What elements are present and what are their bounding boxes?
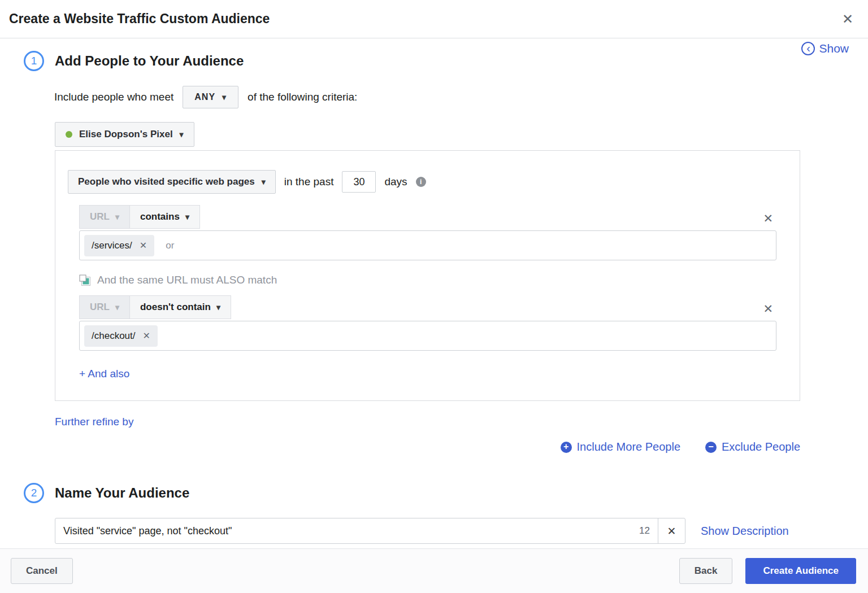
caret-down-icon: ▾ <box>185 212 189 221</box>
plus-circle-icon: + <box>561 442 572 453</box>
step1-heading: 1 Add People to Your Audience <box>24 51 868 71</box>
pixel-name: Elise Dopson's Pixel <box>79 129 173 140</box>
url-field-dropdown[interactable]: URL ▾ <box>79 295 130 319</box>
show-panel-label: Show <box>819 42 849 55</box>
condition-1-head: URL ▾ contains ▾ ✕ <box>79 205 776 229</box>
operator-label: doesn't contain <box>140 302 211 313</box>
rule-box: People who visited specific web pages ▾ … <box>55 150 800 401</box>
audience-name-input[interactable]: Visited "service" page, not "checkout" 1… <box>55 518 658 544</box>
caret-down-icon: ▾ <box>216 303 220 312</box>
info-icon[interactable]: i <box>416 177 426 187</box>
url-keywords-input[interactable]: /services/ ✕ or <box>79 230 776 260</box>
pixel-status-dot-icon <box>66 131 72 138</box>
audience-actions: + Include More People − Exclude People <box>55 441 800 454</box>
footer-right: Back Create Audience <box>679 558 856 584</box>
remove-condition-icon[interactable]: ✕ <box>763 303 773 315</box>
event-dropdown[interactable]: People who visited specific web pages ▾ <box>68 170 276 194</box>
char-count: 12 <box>639 525 650 537</box>
create-audience-button[interactable]: Create Audience <box>745 558 856 584</box>
step2-heading: 2 Name Your Audience <box>24 483 868 503</box>
pixel-dropdown[interactable]: Elise Dopson's Pixel ▾ <box>55 122 194 147</box>
chip-remove-icon[interactable]: ✕ <box>140 241 147 250</box>
clear-name-icon: ✕ <box>667 525 676 538</box>
also-match-row: And the same URL must ALSO match <box>79 274 800 286</box>
show-description-link[interactable]: Show Description <box>701 525 789 538</box>
url-chip-value: /services/ <box>92 240 132 251</box>
operator-dropdown[interactable]: contains ▾ <box>130 205 200 229</box>
modal-title: Create a Website Traffic Custom Audience <box>9 11 270 27</box>
operator-label: contains <box>140 211 180 223</box>
criteria-line: Include people who meet ANY ▾ of the fol… <box>54 86 868 108</box>
and-also-link[interactable]: + And also <box>79 368 129 380</box>
event-dropdown-value: People who visited specific web pages <box>78 176 255 188</box>
modal-footer: Cancel Back Create Audience <box>0 548 868 593</box>
caret-down-icon: ▾ <box>262 177 266 186</box>
cancel-button[interactable]: Cancel <box>11 558 73 584</box>
include-prefix-label: Include people who meet <box>54 91 173 103</box>
condition-1: URL ▾ contains ▾ ✕ /services/ ✕ or <box>79 205 776 260</box>
or-placeholder: or <box>166 240 174 251</box>
caret-down-icon: ▾ <box>222 93 227 102</box>
audience-name-value: Visited "service" page, not "checkout" <box>63 525 232 537</box>
include-suffix-label: of the following criteria: <box>248 91 357 103</box>
chevron-left-circle-icon: ‹ <box>801 42 815 55</box>
exclude-people-link[interactable]: − Exclude People <box>705 441 800 454</box>
url-field-dropdown[interactable]: URL ▾ <box>79 205 130 229</box>
show-panel-link[interactable]: ‹ Show <box>801 42 849 55</box>
exclude-people-label: Exclude People <box>722 441 800 454</box>
in-the-past-label: in the past <box>284 176 334 188</box>
close-icon[interactable]: ✕ <box>842 11 853 27</box>
minus-circle-icon: − <box>705 442 717 453</box>
days-input[interactable] <box>342 171 376 193</box>
modal-header: Create a Website Traffic Custom Audience… <box>0 0 868 38</box>
condition-1-selectors: URL ▾ contains ▾ <box>79 205 200 229</box>
clear-name-button[interactable]: ✕ <box>658 518 685 544</box>
operator-dropdown[interactable]: doesn't contain ▾ <box>130 295 231 319</box>
caret-down-icon: ▾ <box>115 212 119 221</box>
chip-remove-icon[interactable]: ✕ <box>143 332 150 341</box>
remove-condition-icon[interactable]: ✕ <box>763 212 773 224</box>
caret-down-icon: ▾ <box>115 303 119 312</box>
url-keywords-input[interactable]: /checkout/ ✕ <box>79 321 776 351</box>
url-chip: /checkout/ ✕ <box>84 325 158 347</box>
condition-2: URL ▾ doesn't contain ▾ ✕ /checkout/ ✕ <box>79 295 776 351</box>
match-type-value: ANY <box>194 92 215 102</box>
also-match-checkbox[interactable] <box>79 274 91 286</box>
further-refine-link[interactable]: Further refine by <box>55 416 133 428</box>
step1-title: Add People to Your Audience <box>55 53 244 69</box>
also-match-label: And the same URL must ALSO match <box>97 274 277 286</box>
step2-number-badge: 2 <box>24 483 44 503</box>
condition-2-head: URL ▾ doesn't contain ▾ ✕ <box>79 295 776 319</box>
url-chip: /services/ ✕ <box>84 235 154 256</box>
step1-number-badge: 1 <box>24 51 44 71</box>
name-row: Visited "service" page, not "checkout" 1… <box>55 518 868 544</box>
step2-title: Name Your Audience <box>55 485 189 501</box>
url-chip-value: /checkout/ <box>92 330 136 342</box>
days-label: days <box>384 176 407 188</box>
include-more-people-label: Include More People <box>577 441 680 454</box>
url-field-label: URL <box>90 302 110 313</box>
back-button[interactable]: Back <box>679 558 733 584</box>
rule-head: People who visited specific web pages ▾ … <box>68 170 800 194</box>
match-type-dropdown[interactable]: ANY ▾ <box>183 86 238 108</box>
url-field-label: URL <box>90 211 110 223</box>
condition-2-selectors: URL ▾ doesn't contain ▾ <box>79 295 231 319</box>
caret-down-icon: ▾ <box>180 130 184 139</box>
include-more-people-link[interactable]: + Include More People <box>561 441 680 454</box>
